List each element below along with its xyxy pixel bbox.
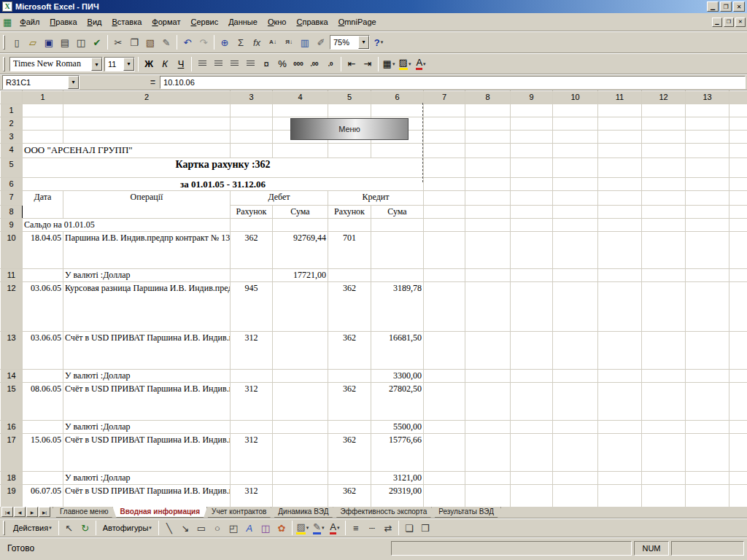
entry-credit-sum[interactable]: 27802,50	[371, 383, 424, 421]
entry-debit-account[interactable]: 312	[231, 383, 273, 421]
row-header[interactable]: 15	[1, 383, 23, 421]
entry-credit-account[interactable]	[328, 472, 371, 485]
cell[interactable]	[642, 485, 686, 508]
row-header[interactable]: 1	[1, 104, 23, 117]
entry-operation[interactable]: У валюті :Доллар	[63, 370, 231, 383]
cell[interactable]	[511, 144, 553, 158]
cell[interactable]	[729, 131, 747, 144]
autoshapes-menu[interactable]: Автофигуры	[98, 522, 156, 534]
entry-date[interactable]: 08.06.05	[23, 383, 63, 421]
cell[interactable]	[642, 206, 686, 219]
entry-credit-sum[interactable]: 29319,00	[371, 485, 424, 508]
column-header[interactable]: 9	[511, 91, 553, 104]
italic-button[interactable]: К	[157, 56, 173, 72]
cell[interactable]	[729, 282, 747, 332]
entry-date[interactable]	[23, 421, 63, 434]
cell[interactable]	[598, 144, 642, 158]
rectangle-button[interactable]: ▭	[193, 520, 209, 536]
column-header[interactable]: 10	[553, 91, 598, 104]
entry-debit-account[interactable]: 945	[231, 282, 273, 332]
entry-operation[interactable]: Счёт в USD ПРИВАТ Паршина И.В. Индив.пре…	[63, 383, 231, 421]
cell[interactable]	[553, 117, 598, 131]
cell[interactable]	[598, 104, 642, 117]
cell[interactable]	[598, 232, 642, 269]
cell[interactable]	[686, 383, 729, 421]
entry-credit-sum[interactable]: 5500,00	[371, 421, 424, 434]
entry-debit-sum[interactable]	[273, 282, 328, 332]
cell[interactable]	[729, 232, 747, 269]
cell[interactable]	[511, 191, 553, 206]
cell[interactable]	[511, 485, 553, 508]
row-header[interactable]: 12	[1, 282, 23, 332]
cell[interactable]	[465, 472, 511, 485]
cell[interactable]	[686, 144, 729, 158]
entry-date[interactable]	[23, 472, 63, 485]
arrow-button[interactable]: ↘	[177, 520, 193, 536]
cell[interactable]	[598, 206, 642, 219]
cell[interactable]	[598, 117, 642, 131]
cell[interactable]	[465, 144, 511, 158]
cell[interactable]	[424, 282, 465, 332]
font-name-select[interactable]: Times New Roman	[9, 57, 103, 71]
row-header[interactable]: 7	[1, 191, 23, 206]
column-header[interactable]: 11	[598, 91, 642, 104]
entry-debit-sum[interactable]	[273, 485, 328, 508]
zoom-select[interactable]: 75%	[330, 35, 370, 50]
entry-credit-account[interactable]	[328, 269, 371, 282]
menu-form-button[interactable]: Меню	[290, 118, 409, 140]
arrow-style-button[interactable]: ⇄	[380, 520, 396, 536]
entry-operation[interactable]: У валюті :Доллар	[63, 421, 231, 434]
cell[interactable]	[328, 104, 371, 117]
cell[interactable]	[729, 472, 747, 485]
header-debit-sum-cell[interactable]: Сума	[273, 206, 328, 219]
cell[interactable]	[729, 383, 747, 421]
cell[interactable]	[686, 269, 729, 282]
sort-ascending-button[interactable]: А↓	[265, 34, 281, 50]
cell[interactable]	[424, 158, 465, 178]
cell[interactable]	[686, 131, 729, 144]
entry-credit-account[interactable]: 362	[328, 383, 371, 421]
draw-actions-menu[interactable]: Действия	[9, 522, 56, 534]
cell[interactable]	[598, 282, 642, 332]
cell[interactable]	[686, 191, 729, 206]
cell[interactable]	[511, 421, 553, 434]
cell[interactable]	[686, 370, 729, 383]
menu-item-1[interactable]: Файл	[15, 16, 44, 28]
cell[interactable]	[371, 104, 424, 117]
wordart-button[interactable]: А	[241, 520, 258, 536]
last-sheet-button[interactable]	[39, 507, 50, 517]
select-objects-button[interactable]: ↖	[61, 520, 77, 536]
workbook-minimize-button[interactable]	[712, 18, 722, 27]
underline-button[interactable]: Ч	[173, 56, 189, 72]
cell[interactable]	[553, 232, 598, 269]
entry-credit-sum[interactable]: 3300,00	[371, 370, 424, 383]
decrease-decimal-button[interactable]: ,0	[322, 56, 338, 72]
comma-style-button[interactable]: 000	[290, 56, 306, 72]
entry-credit-account[interactable]: 362	[328, 434, 371, 472]
entry-debit-sum[interactable]: 17721,00	[273, 269, 328, 282]
cell[interactable]	[465, 206, 511, 219]
cell[interactable]	[598, 269, 642, 282]
free-rotate-button[interactable]: ↻	[77, 520, 93, 536]
cell[interactable]	[729, 144, 747, 158]
spelling-button[interactable]: ✔	[89, 34, 105, 50]
column-header[interactable]: 5	[328, 91, 371, 104]
fill-color-button[interactable]: ▨	[397, 56, 413, 72]
entry-debit-account[interactable]: 312	[231, 332, 273, 370]
cell[interactable]	[511, 232, 553, 269]
select-all-corner[interactable]	[1, 91, 23, 104]
cell[interactable]	[686, 332, 729, 370]
cell[interactable]	[424, 434, 465, 472]
bold-button[interactable]: Ж	[141, 56, 157, 72]
cell[interactable]	[511, 269, 553, 282]
cell[interactable]	[553, 269, 598, 282]
text-box-button[interactable]: ◰	[225, 520, 241, 536]
font-name-dropdown-icon[interactable]	[91, 58, 102, 71]
cell[interactable]	[424, 104, 465, 117]
cell[interactable]	[642, 219, 686, 232]
row-header[interactable]: 5	[1, 158, 23, 178]
chart-wizard-button[interactable]: ▥	[297, 34, 313, 50]
cell[interactable]	[465, 158, 511, 178]
cell[interactable]	[686, 472, 729, 485]
font-size-dropdown-icon[interactable]	[123, 58, 134, 71]
